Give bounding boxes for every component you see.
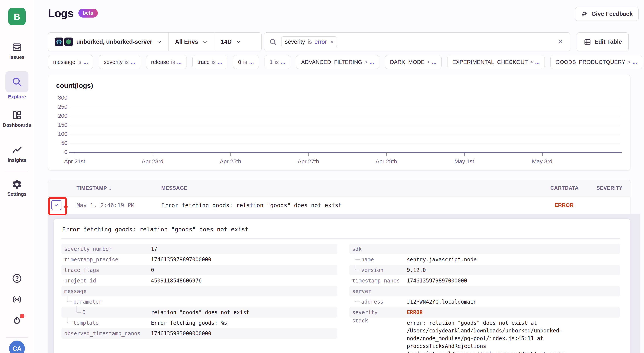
org-logo[interactable]: B bbox=[8, 8, 26, 25]
table-row[interactable]: May 1, 2:46:19 PM Error fetching goods: … bbox=[48, 196, 630, 214]
edit-table-button[interactable]: Edit Table bbox=[577, 33, 628, 51]
column-header-severity[interactable]: SEVERITY bbox=[596, 185, 630, 191]
chart-gridline bbox=[70, 125, 620, 125]
sidebar-item-label: Dashboards bbox=[3, 122, 31, 128]
y-axis-label: 0 bbox=[48, 149, 68, 155]
detail-key: sdk bbox=[352, 246, 407, 252]
detail-key: severity_number bbox=[64, 246, 151, 252]
detail-key: server bbox=[352, 288, 407, 294]
whats-new-button[interactable] bbox=[0, 315, 34, 326]
detail-key: project_id bbox=[64, 278, 151, 284]
detail-value: ERROR bbox=[407, 309, 422, 315]
chart-bar[interactable] bbox=[148, 124, 149, 152]
chart-bar[interactable] bbox=[179, 106, 180, 152]
detail-key: version bbox=[352, 267, 407, 273]
chart-bar[interactable] bbox=[177, 151, 178, 152]
log-message: Error fetching goods: relation "goods" d… bbox=[161, 202, 550, 209]
schema-hint-chip-DARK_MODE[interactable]: DARK_MODE>... bbox=[385, 55, 442, 69]
chart-bar[interactable] bbox=[172, 115, 173, 152]
chart-bar[interactable] bbox=[130, 151, 131, 152]
tree-indent-guide bbox=[355, 264, 360, 270]
detail-key: address bbox=[352, 299, 407, 305]
sidebar-item-settings[interactable]: Settings bbox=[0, 179, 34, 197]
expand-row-button[interactable] bbox=[51, 200, 62, 210]
chart-bar[interactable] bbox=[487, 150, 488, 152]
y-axis-label: 250 bbox=[48, 104, 68, 110]
sidebar-divider bbox=[6, 171, 28, 171]
detail-row-stack: stackerror: relation "goods" does not ex… bbox=[349, 317, 620, 353]
chart-bar[interactable] bbox=[97, 151, 98, 152]
give-feedback-button[interactable]: Give Feedback bbox=[575, 7, 638, 21]
schema-hint-chip-severity[interactable]: severityis... bbox=[99, 55, 140, 69]
detail-key: name bbox=[352, 256, 407, 263]
environment-selector[interactable]: All Envs bbox=[168, 33, 214, 51]
sidebar-item-dashboards[interactable]: Dashboards bbox=[0, 110, 34, 128]
platform-icons bbox=[55, 38, 73, 46]
chart-bar[interactable] bbox=[142, 147, 144, 152]
schema-hint-chip-release[interactable]: releaseis... bbox=[146, 55, 187, 69]
broadcast-button[interactable] bbox=[0, 294, 34, 305]
tree-indent-guide bbox=[67, 317, 72, 323]
log-detail-panel: Error fetching goods: relation "goods" d… bbox=[54, 219, 630, 353]
sidebar-item-insights[interactable]: Insights bbox=[0, 145, 34, 163]
detail-row-version: version9.12.0 bbox=[349, 265, 620, 275]
detail-key: timestamp_precise bbox=[64, 256, 151, 263]
sidebar-item-explore[interactable]: Explore bbox=[0, 71, 34, 100]
chart-bar[interactable] bbox=[365, 141, 366, 152]
chart-bar[interactable] bbox=[141, 149, 142, 152]
sidebar-item-issues[interactable]: Issues bbox=[0, 42, 34, 60]
chart-bar[interactable] bbox=[372, 150, 373, 152]
search-input[interactable]: severity is error × × bbox=[264, 33, 570, 51]
tree-indent-guide bbox=[76, 306, 81, 313]
project-selector[interactable]: unborked, unborked-server bbox=[48, 33, 168, 51]
chart-bar[interactable] bbox=[385, 150, 386, 152]
chart-bar[interactable] bbox=[146, 129, 148, 152]
chart-bar[interactable] bbox=[166, 115, 167, 152]
detail-value: Error fetching goods: %s bbox=[151, 320, 227, 326]
chart-bar[interactable] bbox=[162, 146, 163, 152]
chart-bar[interactable] bbox=[186, 145, 187, 152]
token-remove-icon[interactable]: × bbox=[330, 39, 334, 45]
x-axis-label: Apr 29th bbox=[364, 158, 409, 165]
schema-hint-chip-message[interactable]: messageis... bbox=[48, 55, 93, 69]
chart-bar[interactable] bbox=[204, 132, 206, 152]
schema-hint-chip-EXPERIMENTAL_CHECKOUT[interactable]: EXPERIMENTAL_CHECKOUT>... bbox=[447, 55, 545, 69]
tree-indent-guide bbox=[67, 296, 72, 302]
detail-value: error: relation "goods" does not exist a… bbox=[407, 317, 617, 353]
schema-hint-chip-ADVANCED_FILTERING[interactable]: ADVANCED_FILTERING>... bbox=[296, 55, 379, 69]
detail-row-observed_timestamp_nanos: observed_timestamp_nanos1746135983000000… bbox=[62, 328, 337, 339]
avatar[interactable]: CA bbox=[9, 340, 25, 353]
schema-hint-chip-trace[interactable]: traceis... bbox=[192, 55, 228, 69]
chevron-down-icon bbox=[53, 202, 59, 208]
column-header-message[interactable]: MESSAGE bbox=[161, 185, 550, 191]
date-range-selector[interactable]: 14D bbox=[214, 33, 248, 51]
column-header-cartdata[interactable]: CARTDATA bbox=[550, 185, 596, 191]
sidebar-item-label: Issues bbox=[10, 54, 25, 60]
schema-hint-chip-0[interactable]: 0is... bbox=[233, 55, 259, 69]
search-clear-icon[interactable]: × bbox=[556, 38, 566, 46]
chart-bar[interactable] bbox=[164, 131, 165, 152]
chart-bar[interactable] bbox=[266, 147, 268, 152]
table-icon bbox=[584, 38, 592, 46]
chevron-down-icon bbox=[236, 39, 241, 45]
column-header-timestamp[interactable]: TIMESTAMP↓ bbox=[76, 185, 161, 191]
detail-value: 1746135979897000000 bbox=[151, 256, 211, 263]
search-filter-token[interactable]: severity is error × bbox=[281, 36, 337, 47]
chart-bar[interactable] bbox=[167, 150, 168, 152]
search-icon bbox=[269, 38, 277, 46]
chart-bar[interactable] bbox=[188, 150, 189, 152]
chart-bar[interactable] bbox=[145, 145, 146, 152]
page-filter-bar: unborked, unborked-server All Envs 14D bbox=[48, 33, 262, 51]
schema-hint-chip-1[interactable]: 1is... bbox=[264, 55, 290, 69]
detail-key: template bbox=[64, 320, 151, 326]
chart-bar[interactable] bbox=[184, 140, 185, 152]
chart-bar[interactable] bbox=[401, 149, 403, 152]
schema-hint-chip-GOODS_PRODUCTQUERY[interactable]: GOODS_PRODUCTQUERY>... bbox=[550, 55, 642, 69]
dashboards-icon bbox=[12, 110, 22, 121]
sidebar: B Issues Explore Dashboards bbox=[0, 0, 34, 353]
help-button[interactable] bbox=[0, 273, 34, 284]
chart-gridline bbox=[70, 107, 620, 107]
detail-row-address: addressJ12PWN42YQ.localdomain bbox=[349, 296, 620, 307]
detail-row-name: namesentry.javascript.node bbox=[349, 254, 620, 265]
detail-attributes-left: severity_number17timestamp_precise174613… bbox=[62, 244, 337, 339]
